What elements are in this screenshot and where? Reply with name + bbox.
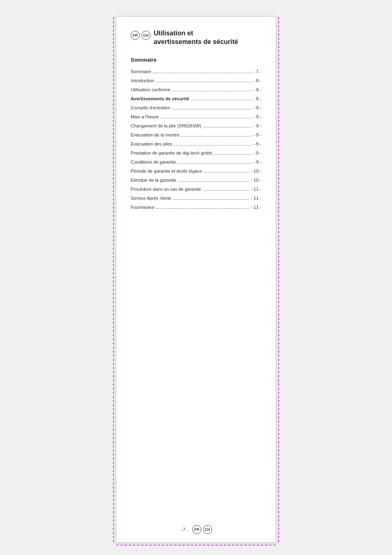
page-number: - 7 - <box>180 527 188 532</box>
toc-row: Avertissements de sécurité- 8 - <box>131 96 261 101</box>
toc-page: - 8 - <box>253 87 261 92</box>
toc-label: Prestation de garantie de digi-tech gmbh <box>131 150 212 155</box>
toc-row: Evacuation de la montre- 9 - <box>131 132 261 137</box>
toc-page: - 8 - <box>253 78 261 83</box>
toc-label: Introduction <box>131 78 154 83</box>
toc-label: Conseils d'entretien <box>131 105 170 110</box>
document-page: FR CH Utilisation et avertissements de s… <box>116 16 276 543</box>
toc-row: Conditions de garantie- 9 - <box>131 160 261 164</box>
toc-page: - 9 - <box>253 150 261 155</box>
toc-label: Evacuation de la montre <box>131 132 180 137</box>
toc-row: Sommaire- 7 - <box>131 69 261 74</box>
header-section: FR CH Utilisation et avertissements de s… <box>131 29 261 49</box>
toc-label: Changement de la pile (SR626SW) <box>131 123 201 128</box>
toc-dots <box>173 199 249 200</box>
header-flag-badges: FR CH <box>131 31 150 40</box>
toc-dots <box>172 109 251 109</box>
toc-page: - 9 - <box>253 132 261 137</box>
toc-page: - 11 - <box>251 187 261 192</box>
toc-dots <box>174 145 252 146</box>
toc-label: Sommaire <box>131 69 151 74</box>
toc-label: Fournisseur <box>131 205 154 210</box>
toc-page: - 9 - <box>253 114 261 119</box>
toc-row: Période de garantie et droits légaux- 10… <box>131 169 261 173</box>
toc-container: Sommaire- 7 -Introduction- 8 -Utilisatio… <box>131 69 261 210</box>
document-title: Utilisation et avertissements de sécurit… <box>154 29 238 46</box>
toc-page: - 9 - <box>253 141 261 146</box>
toc-row: Procédure dans un cas de garantie- 11 - <box>131 187 261 192</box>
toc-page: - 9 - <box>253 160 261 164</box>
toc-page: - 7 - <box>253 69 261 74</box>
toc-row: Fournisseur- 11 - <box>131 205 261 210</box>
toc-page: - 11 - <box>251 205 261 210</box>
toc-row: Mise a l'heure- 9 - <box>131 114 261 119</box>
page-container: FR CH Utilisation et avertissements de s… <box>0 8 392 555</box>
toc-page: - 10 - <box>251 169 261 173</box>
toc-row: Prestation de garantie de digi-tech gmbh… <box>131 150 261 155</box>
flag-badge-fr: FR <box>131 31 140 40</box>
toc-dots <box>191 100 252 100</box>
toc-row: Evacuation des piles- 9 - <box>131 141 261 146</box>
toc-label: Utilisation conforme <box>131 87 171 92</box>
toc-dots <box>181 136 252 136</box>
toc-page: - 11 - <box>251 196 261 201</box>
sommaire-heading: Sommaire <box>131 57 261 63</box>
bottom-dashes <box>116 545 276 546</box>
footer-flag-ch: CH <box>203 525 212 534</box>
toc-row: Service Après Vente- 11 - <box>131 196 261 201</box>
toc-row: Conseils d'entretien- 9 - <box>131 105 261 110</box>
toc-dots <box>160 118 251 118</box>
toc-page: - 9 - <box>253 105 261 110</box>
toc-label: Etendue de la garantie <box>131 178 176 183</box>
flag-badge-ch: CH <box>141 31 150 40</box>
toc-dots <box>178 163 251 164</box>
footer-flag-fr: FR <box>192 525 201 534</box>
toc-row: Etendue de la garantie- 10 - <box>131 178 261 183</box>
toc-label: Conditions de garantie <box>131 160 176 164</box>
toc-dots <box>178 181 249 182</box>
toc-dots <box>156 82 251 82</box>
toc-row: Changement de la pile (SR626SW)- 9 - <box>131 123 261 128</box>
toc-label: Service Après Vente <box>131 196 171 201</box>
toc-page: - 8 - <box>253 96 261 101</box>
toc-dots <box>214 154 251 155</box>
toc-page: - 10 - <box>251 178 261 183</box>
toc-dots <box>156 208 249 209</box>
toc-dots <box>204 172 249 173</box>
toc-dots <box>153 73 251 73</box>
toc-label: Evacuation des piles <box>131 141 172 146</box>
toc-label: Procédure dans un cas de garantie <box>131 187 201 192</box>
toc-dots <box>203 127 252 127</box>
toc-label: Mise a l'heure <box>131 114 159 119</box>
toc-dots <box>172 91 252 91</box>
footer-flag-badges: FR CH <box>192 525 212 534</box>
toc-page: - 9 - <box>253 123 261 128</box>
toc-label: Avertissements de sécurité <box>131 96 189 101</box>
toc-label: Période de garantie et droits légaux <box>131 169 202 173</box>
toc-row: Introduction- 8 - <box>131 78 261 83</box>
page-footer: - 7 - FR CH <box>116 525 276 534</box>
toc-dots <box>203 190 249 191</box>
toc-row: Utilisation conforme- 8 - <box>131 87 261 92</box>
